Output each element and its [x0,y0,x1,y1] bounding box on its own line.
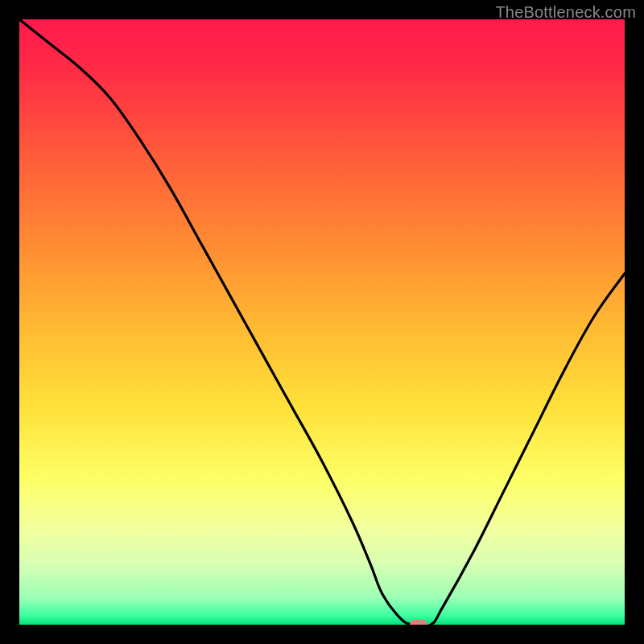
watermark-text: TheBottleneck.com [495,3,636,22]
chart-frame: TheBottleneck.com [0,0,644,644]
plot-area [19,19,625,625]
optimal-point-marker [410,620,427,625]
chart-svg [19,19,625,625]
gradient-background [19,19,625,625]
